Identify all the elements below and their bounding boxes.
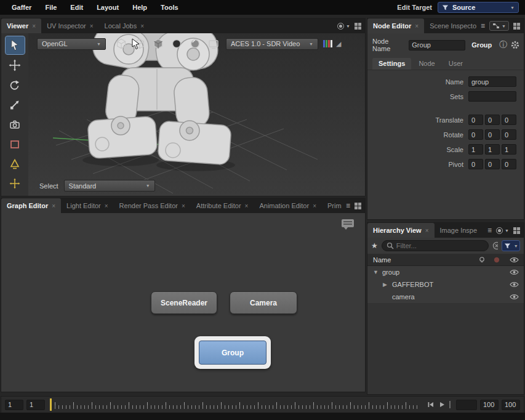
scale-z-input[interactable] [502, 144, 516, 155]
menu-tools[interactable]: Tools [154, 4, 185, 11]
tab-attribute-editor[interactable]: Attribute Editor × [191, 198, 254, 213]
shaded-sphere-button[interactable] [188, 38, 201, 50]
color-bars-icon[interactable] [323, 40, 332, 47]
pivot-z-input[interactable] [502, 159, 516, 169]
eye-icon[interactable] [510, 281, 519, 288]
tab-list-menu-icon[interactable]: ≡ [481, 22, 485, 30]
menu-edit[interactable]: Edit [63, 4, 90, 11]
current-frame-input[interactable] [5, 400, 23, 410]
panel-layout-icon[interactable] [513, 23, 520, 30]
camera-tool-button[interactable] [6, 115, 25, 133]
tab-node-editor[interactable]: Node Editor × [367, 18, 424, 33]
tab-render-pass-editor[interactable]: Render Pass Editor × [114, 198, 191, 213]
expander-open-icon[interactable]: ▼ [373, 269, 382, 275]
panel-layout-icon[interactable] [513, 227, 520, 234]
inclusions-icon[interactable] [478, 256, 486, 264]
menu-layout[interactable]: Layout [90, 4, 126, 11]
tab-light-editor[interactable]: Light Editor × [61, 198, 114, 213]
edit-target-dropdown[interactable]: Source ▼ [438, 2, 519, 13]
filter-input[interactable] [396, 242, 484, 249]
light-position-tool-button[interactable] [6, 174, 25, 192]
expander-closed-icon[interactable]: ▶ [383, 281, 392, 288]
translate-x-input[interactable] [468, 115, 483, 125]
close-icon[interactable]: × [105, 203, 108, 209]
close-icon[interactable]: × [32, 23, 36, 30]
tab-graph-editor[interactable]: Graph Editor × [1, 198, 61, 213]
tab-list-menu-icon[interactable]: ≡ [346, 201, 350, 210]
range-start-input[interactable] [26, 400, 45, 410]
pivot-x-input[interactable] [468, 159, 483, 169]
sets-input[interactable] [468, 91, 516, 102]
select-mode-dropdown[interactable]: Standard ▼ [64, 180, 155, 192]
visibility-icon[interactable] [510, 257, 519, 263]
display-button[interactable] [207, 38, 220, 50]
rotate-z-input[interactable] [502, 129, 516, 140]
menu-file[interactable]: File [38, 4, 63, 11]
filter-funnel-dropdown[interactable]: ▼ [502, 240, 520, 251]
select-tool-button[interactable] [6, 36, 25, 54]
tab-node[interactable]: Node [412, 58, 441, 70]
node-group-selected[interactable]: Group [194, 336, 271, 369]
frame-increment-input[interactable] [456, 400, 477, 410]
skip-to-start-button[interactable] [427, 401, 435, 408]
annotation-icon[interactable] [342, 219, 354, 227]
viewer-settings-dropdown[interactable]: ▼ [337, 23, 350, 30]
tab-user[interactable]: User [443, 58, 469, 70]
tab-local-jobs[interactable]: Local Jobs × [99, 18, 150, 33]
translate-z-input[interactable] [502, 115, 516, 125]
graph-canvas[interactable]: SceneReader Camera Group [1, 213, 365, 392]
hierarchy-row-gafferbot[interactable]: ▶ GAFFERBOT [367, 278, 524, 291]
menu-gaffer[interactable]: Gaffer [5, 4, 38, 11]
sphere-button[interactable] [170, 38, 183, 50]
solid-cube-button[interactable] [151, 38, 164, 50]
eye-icon[interactable] [510, 294, 519, 300]
hierarchy-row-group[interactable]: ▼ group [367, 266, 524, 278]
scale-x-input[interactable] [468, 144, 483, 155]
close-icon[interactable]: × [182, 203, 185, 209]
expansion-cube-button[interactable] [114, 38, 127, 50]
frame-ruler[interactable] [50, 398, 420, 411]
range-end-input[interactable] [480, 400, 499, 410]
node-name-input[interactable] [409, 40, 465, 50]
filter-field[interactable] [382, 240, 489, 251]
play-button[interactable] [438, 401, 446, 408]
hierarchy-settings-dropdown[interactable]: ▼ [496, 227, 509, 234]
rotate-x-input[interactable] [468, 129, 483, 140]
crop-window-tool-button[interactable] [6, 135, 25, 153]
tab-scene-inspector[interactable]: Scene Inspecto [424, 18, 482, 33]
menu-help[interactable]: Help [126, 4, 154, 11]
scale-tool-button[interactable] [6, 95, 25, 113]
exclusions-icon[interactable] [493, 256, 500, 264]
viewport[interactable]: OpenGL ▼ [28, 33, 365, 196]
editor-focus-dropdown[interactable]: ▼ [489, 21, 509, 31]
close-icon[interactable]: × [313, 203, 316, 209]
close-icon[interactable]: × [140, 23, 144, 30]
end-frame-input[interactable] [502, 400, 520, 410]
bookmark-star-icon[interactable]: ★ [371, 241, 378, 250]
pivot-y-input[interactable] [485, 159, 500, 169]
current-frame-marker[interactable] [50, 398, 52, 411]
tab-viewer[interactable]: Viewer × [1, 18, 41, 33]
info-icon[interactable]: ⓘ [499, 39, 507, 50]
close-icon[interactable]: × [415, 23, 419, 30]
tab-image-inspector[interactable]: Image Inspe [435, 223, 483, 238]
panel-layout-icon[interactable] [355, 23, 361, 30]
tab-uv-inspector[interactable]: UV Inspector × [41, 18, 98, 33]
translate-y-input[interactable] [485, 115, 500, 125]
node-camera[interactable]: Camera [230, 291, 297, 314]
tab-hierarchy-view[interactable]: Hierarchy View × [367, 223, 435, 238]
node-scenereader[interactable]: SceneReader [151, 291, 217, 314]
tab-settings[interactable]: Settings [372, 58, 411, 70]
scale-y-input[interactable] [485, 144, 500, 155]
close-icon[interactable]: × [245, 203, 249, 209]
eye-icon[interactable] [510, 269, 519, 275]
hierarchy-row-camera[interactable]: camera [367, 291, 524, 303]
display-transform-dropdown[interactable]: ACES 1.0 - SDR Video ▼ [226, 38, 318, 50]
corner-triangle-icon[interactable]: ◢ [336, 40, 341, 48]
close-icon[interactable]: × [425, 227, 429, 234]
rotate-y-input[interactable] [485, 129, 500, 140]
tab-list-menu-icon[interactable]: ≡ [487, 226, 492, 235]
tab-animation-editor[interactable]: Animation Editor × [254, 198, 322, 213]
name-column-header[interactable]: Name [373, 256, 475, 264]
close-icon[interactable]: × [52, 203, 55, 209]
